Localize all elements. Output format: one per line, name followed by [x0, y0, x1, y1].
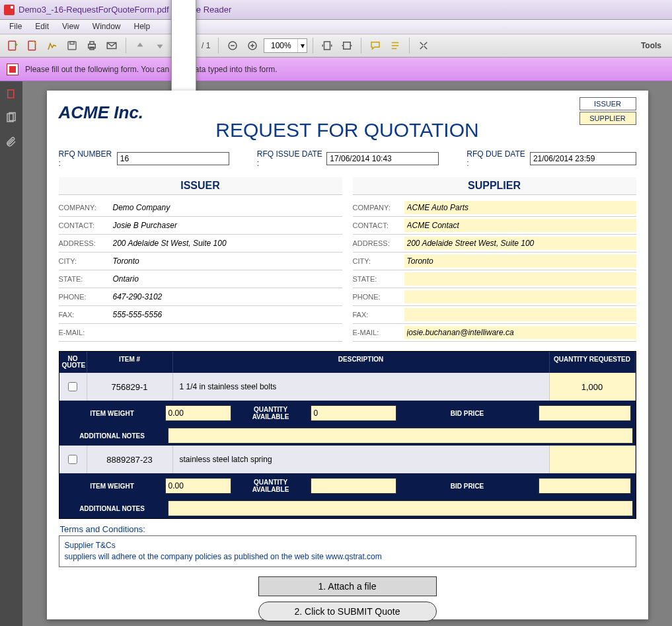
issuer-phone[interactable] [110, 290, 342, 303]
terms-line-1: Supplier T&Cs [65, 540, 630, 551]
role-buttons: ISSUER SUPPLIER [579, 97, 636, 125]
zoom-in-icon[interactable] [244, 37, 261, 54]
sign-icon[interactable] [44, 37, 61, 54]
terms-heading: Terms and Conditions: [60, 524, 636, 534]
label-item-weight: ITEM WEIGHT [59, 477, 165, 495]
attachments-icon[interactable] [4, 134, 19, 149]
svg-rect-5 [90, 42, 94, 44]
form-icon [7, 63, 19, 75]
terms-box: Supplier T&Cs suppliers will adhere ot t… [59, 535, 636, 567]
label-qty-available: QUANTITY AVAILABLE [231, 473, 311, 498]
item-number: 756829-1 [87, 373, 173, 401]
additional-notes-input[interactable] [168, 428, 633, 444]
email-icon[interactable] [103, 37, 120, 54]
bid-price-input[interactable] [539, 478, 631, 494]
document-viewport[interactable]: ISSUER SUPPLIER ACME Inc. REQUEST FOR QU… [22, 81, 672, 626]
export-pdf-icon[interactable] [4, 37, 21, 54]
supplier-state[interactable] [404, 272, 636, 286]
label-additional-notes: ADDITIONAL NOTES [59, 427, 165, 445]
role-issuer-button[interactable]: ISSUER [579, 97, 636, 110]
tools-panel-button[interactable]: Tools [634, 38, 668, 53]
supplier-email[interactable] [404, 326, 636, 339]
supplier-column: SUPPLIER COMPANY: CONTACT: ADDRESS: CITY… [353, 177, 636, 342]
bid-price-input[interactable] [539, 405, 631, 421]
print-icon[interactable] [83, 37, 100, 54]
read-mode-icon[interactable] [415, 37, 432, 54]
fit-page-icon[interactable] [318, 37, 336, 54]
no-quote-checkbox[interactable] [68, 382, 77, 391]
supplier-city[interactable] [404, 254, 636, 268]
issuer-address[interactable] [110, 237, 342, 250]
fit-width-icon[interactable] [338, 37, 355, 54]
label-city: CITY: [59, 257, 110, 265]
grid-header: NO QUOTE ITEM # DESCRIPTION QUANTITY REQ… [59, 352, 636, 373]
supplier-address[interactable] [404, 237, 636, 250]
issuer-contact[interactable] [110, 219, 342, 232]
item-weight-input[interactable] [165, 478, 231, 494]
label-bid-price: BID PRICE [396, 477, 539, 495]
issuer-company[interactable] [110, 201, 342, 214]
attach-file-button[interactable]: 1. Attach a file [258, 576, 437, 596]
comment-icon[interactable] [367, 37, 384, 54]
issuer-fax[interactable] [110, 308, 342, 321]
pdf-page: ISSUER SUPPLIER ACME Inc. REQUEST FOR QU… [47, 91, 648, 619]
grid-row: 8889287-23 stainless steel latch spring [59, 446, 636, 473]
supplier-contact[interactable] [404, 219, 636, 232]
rfq-due-label: RFQ DUE DATE : [467, 149, 526, 168]
grid-subrow: ITEM WEIGHT QUANTITY AVAILABLE BID PRICE [59, 473, 636, 498]
menu-help[interactable]: Help [128, 20, 157, 34]
item-weight-input[interactable] [165, 405, 231, 421]
zoom-out-icon[interactable] [224, 37, 241, 54]
issuer-heading: ISSUER [59, 177, 342, 195]
page-total: / 1 [199, 41, 213, 50]
window-title: Demo3_-16-RequestForQuoteForm.pdf - Adob… [19, 5, 231, 15]
zoom-input[interactable] [264, 39, 297, 52]
create-pdf-icon[interactable] [24, 37, 41, 54]
menu-file[interactable]: File [3, 20, 28, 34]
role-supplier-button[interactable]: SUPPLIER [579, 112, 636, 125]
qty-requested: 1,000 [550, 373, 636, 401]
page-down-icon[interactable] [151, 37, 168, 54]
parties-columns: ISSUER COMPANY: CONTACT: ADDRESS: CITY: … [59, 177, 636, 342]
issuer-city[interactable] [110, 254, 342, 268]
submit-quote-button[interactable]: 2. Click to SUBMIT Quote [258, 602, 437, 621]
label-fax: FAX: [59, 311, 110, 319]
menubar: File Edit View Window Help [0, 20, 672, 34]
menu-view[interactable]: View [56, 20, 86, 34]
issuer-state[interactable] [110, 272, 342, 286]
page-up-icon[interactable] [131, 37, 149, 54]
additional-notes-input[interactable] [168, 500, 633, 516]
save-icon[interactable] [63, 37, 81, 54]
grid-notes-row: ADDITIONAL NOTES [59, 498, 636, 518]
highlight-icon[interactable] [387, 37, 404, 54]
supplier-company[interactable] [404, 201, 636, 214]
supplier-phone[interactable] [404, 290, 636, 303]
titlebar: Demo3_-16-RequestForQuoteForm.pdf - Adob… [0, 0, 672, 20]
menu-window[interactable]: Window [86, 20, 128, 34]
rfq-header-row: RFQ NUMBER : RFQ ISSUE DATE : RFQ DUE DA… [59, 149, 636, 168]
qty-requested [550, 446, 636, 473]
chevron-down-icon[interactable]: ▾ [297, 39, 307, 52]
col-item: ITEM # [87, 352, 173, 373]
pages-icon[interactable] [4, 110, 19, 125]
issuer-email[interactable] [110, 326, 342, 339]
grid-row: 756829-1 1 1/4 in stainless steel bolts … [59, 373, 636, 401]
qty-available-input[interactable] [311, 478, 396, 494]
label-additional-notes: ADDITIONAL NOTES [59, 500, 165, 518]
label-contact: CONTACT: [59, 221, 110, 229]
svg-rect-11 [344, 42, 351, 50]
separator [218, 38, 219, 54]
col-description: DESCRIPTION [173, 352, 550, 373]
item-description: 1 1/4 in stainless steel bolts [173, 373, 550, 401]
rfq-number-input[interactable] [117, 152, 229, 165]
menu-edit[interactable]: Edit [28, 20, 56, 34]
col-qty-requested: QUANTITY REQUESTED [550, 352, 636, 373]
qty-available-input[interactable] [311, 405, 396, 421]
rfq-issue-input[interactable] [326, 152, 439, 165]
rfq-due-input[interactable] [530, 152, 636, 165]
thumbnails-icon[interactable] [4, 87, 19, 101]
zoom-level[interactable]: ▾ [264, 38, 307, 53]
label-state: STATE: [353, 275, 404, 283]
supplier-fax[interactable] [404, 308, 636, 321]
no-quote-checkbox[interactable] [68, 455, 77, 464]
